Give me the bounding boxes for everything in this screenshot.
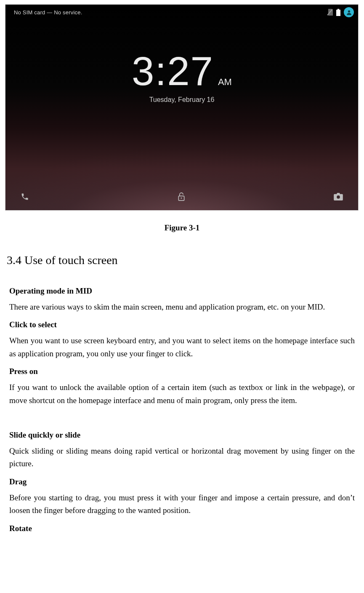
lock-icon[interactable] bbox=[177, 192, 186, 203]
section-heading: 3.4 Use of touch screen bbox=[7, 254, 355, 267]
paragraph-operating-mode: There are various ways to skim the main … bbox=[9, 301, 355, 313]
clock-date: Tuesday, February 16 bbox=[5, 96, 358, 104]
paragraph-click: When you want to use screen keyboard ent… bbox=[9, 334, 355, 360]
subheading-drag: Drag bbox=[9, 477, 355, 486]
status-bar: No SIM card — No service. bbox=[5, 5, 358, 20]
lockscreen-figure: No SIM card — No service. bbox=[5, 4, 359, 211]
no-sim-icon bbox=[327, 9, 333, 16]
figure-caption: Figure 3-1 bbox=[0, 223, 364, 232]
user-icon[interactable] bbox=[344, 7, 354, 17]
phone-icon[interactable] bbox=[21, 192, 29, 203]
status-icons bbox=[327, 7, 354, 17]
svg-rect-1 bbox=[337, 9, 339, 10]
subheading-rotate: Rotate bbox=[9, 524, 355, 533]
battery-icon bbox=[336, 9, 340, 16]
subheading-click: Click to select bbox=[9, 320, 355, 329]
paragraph-press: If you want to unlock the available opti… bbox=[9, 381, 355, 407]
paragraph-drag: Before you starting to drag, you must pr… bbox=[9, 491, 355, 517]
svg-point-3 bbox=[348, 10, 350, 12]
lockscreen-clock: 3:27 AM Tuesday, February 16 bbox=[5, 51, 358, 104]
lockscreen-bottom-bar bbox=[5, 185, 358, 210]
clock-ampm: AM bbox=[218, 77, 232, 88]
svg-point-5 bbox=[181, 198, 182, 199]
subheading-press: Press on bbox=[9, 367, 355, 376]
clock-time: 3:27 bbox=[132, 51, 214, 91]
document-body: 3.4 Use of touch screen Operating mode i… bbox=[0, 254, 364, 551]
paragraph-slide: Quick sliding or sliding means doing rap… bbox=[9, 445, 355, 470]
subheading-operating-mode: Operating mode in MID bbox=[9, 286, 355, 296]
svg-rect-2 bbox=[336, 10, 340, 16]
subheading-slide: Slide quickly or slide bbox=[9, 430, 355, 440]
camera-icon[interactable] bbox=[334, 193, 343, 202]
status-text: No SIM card — No service. bbox=[14, 9, 82, 16]
svg-point-6 bbox=[337, 195, 340, 199]
